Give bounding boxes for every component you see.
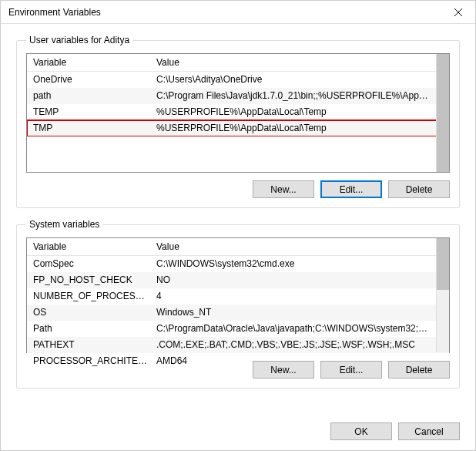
- cell-value: NO: [150, 272, 449, 288]
- user-new-button[interactable]: New...: [253, 180, 314, 198]
- system-variables-legend: System variables: [26, 219, 102, 230]
- cell-value: %USERPROFILE%\AppData\Local\Temp: [150, 120, 449, 136]
- cell-variable: OS: [27, 305, 150, 321]
- table-row[interactable]: FP_NO_HOST_CHECKNO: [27, 272, 449, 288]
- user-variables-legend: User variables for Aditya: [26, 35, 132, 45]
- cell-variable: path: [27, 88, 150, 104]
- table-row[interactable]: pathC:\Program Files\Java\jdk1.7.0_21\bi…: [27, 88, 449, 104]
- dialog-content: User variables for Aditya Variable Value…: [1, 24, 475, 407]
- sys-col-header-variable[interactable]: Variable: [27, 238, 150, 256]
- cell-variable: ComSpec: [27, 256, 150, 273]
- user-variables-table[interactable]: Variable Value OneDriveC:\Users\Aditya\O…: [26, 53, 450, 173]
- system-variables-table[interactable]: Variable Value ComSpecC:\WINDOWS\system3…: [26, 237, 450, 353]
- user-col-header-variable[interactable]: Variable: [27, 54, 150, 72]
- cell-variable: TEMP: [27, 104, 150, 120]
- table-row[interactable]: PathC:\ProgramData\Oracle\Java\javapath;…: [27, 321, 449, 337]
- cell-variable: PROCESSOR_ARCHITECTURE: [27, 353, 150, 369]
- cell-value: .COM;.EXE;.BAT;.CMD;.VBS;.VBE;.JS;.JSE;.…: [150, 337, 449, 353]
- table-row[interactable]: PROCESSOR_ARCHITECTUREAMD64: [27, 353, 449, 369]
- cell-variable: Path: [27, 321, 150, 337]
- user-edit-button[interactable]: Edit...: [320, 180, 382, 198]
- cell-value: C:\ProgramData\Oracle\Java\javapath;C:\W…: [150, 321, 449, 337]
- user-button-row: New... Edit... Delete: [26, 180, 450, 198]
- cell-value: %USERPROFILE%\AppData\Local\Temp: [150, 104, 449, 120]
- cell-value: 4: [150, 288, 449, 305]
- system-variables-group: System variables Variable Value ComSpecC…: [16, 219, 460, 389]
- ok-button[interactable]: OK: [330, 422, 392, 440]
- cell-value: Windows_NT: [150, 305, 449, 321]
- close-icon: [454, 8, 462, 16]
- cell-value: AMD64: [150, 353, 449, 369]
- sys-scrollbar-thumb[interactable]: [437, 238, 449, 290]
- user-scrollbar[interactable]: [436, 54, 449, 172]
- table-row[interactable]: PATHEXT.COM;.EXE;.BAT;.CMD;.VBS;.VBE;.JS…: [27, 337, 449, 353]
- cell-variable: TMP: [27, 120, 150, 136]
- user-delete-button[interactable]: Delete: [388, 180, 450, 198]
- dialog-footer: OK Cancel: [1, 415, 475, 449]
- cell-variable: OneDrive: [27, 72, 150, 89]
- cell-value: C:\Program Files\Java\jdk1.7.0_21\bin;;%…: [150, 88, 449, 104]
- user-scrollbar-thumb[interactable]: [437, 54, 449, 172]
- user-col-header-value[interactable]: Value: [150, 54, 449, 72]
- titlebar: Environment Variables: [1, 1, 475, 24]
- cell-variable: FP_NO_HOST_CHECK: [27, 272, 150, 288]
- window-title: Environment Variables: [8, 7, 101, 18]
- cell-variable: PATHEXT: [27, 337, 150, 353]
- cell-variable: NUMBER_OF_PROCESSORS: [27, 288, 150, 305]
- sys-scrollbar[interactable]: [436, 238, 449, 352]
- table-row[interactable]: ComSpecC:\WINDOWS\system32\cmd.exe: [27, 256, 449, 273]
- table-row[interactable]: OSWindows_NT: [27, 305, 449, 321]
- table-row[interactable]: TEMP%USERPROFILE%\AppData\Local\Temp: [27, 104, 449, 120]
- cell-value: C:\WINDOWS\system32\cmd.exe: [150, 256, 449, 273]
- close-button[interactable]: [441, 1, 475, 24]
- table-row[interactable]: TMP%USERPROFILE%\AppData\Local\Temp: [27, 120, 449, 136]
- sys-col-header-value[interactable]: Value: [150, 238, 449, 256]
- cancel-button[interactable]: Cancel: [398, 422, 460, 440]
- cell-value: C:\Users\Aditya\OneDrive: [150, 72, 449, 89]
- table-row[interactable]: OneDriveC:\Users\Aditya\OneDrive: [27, 72, 449, 89]
- table-row[interactable]: NUMBER_OF_PROCESSORS4: [27, 288, 449, 305]
- user-variables-group: User variables for Aditya Variable Value…: [16, 35, 460, 208]
